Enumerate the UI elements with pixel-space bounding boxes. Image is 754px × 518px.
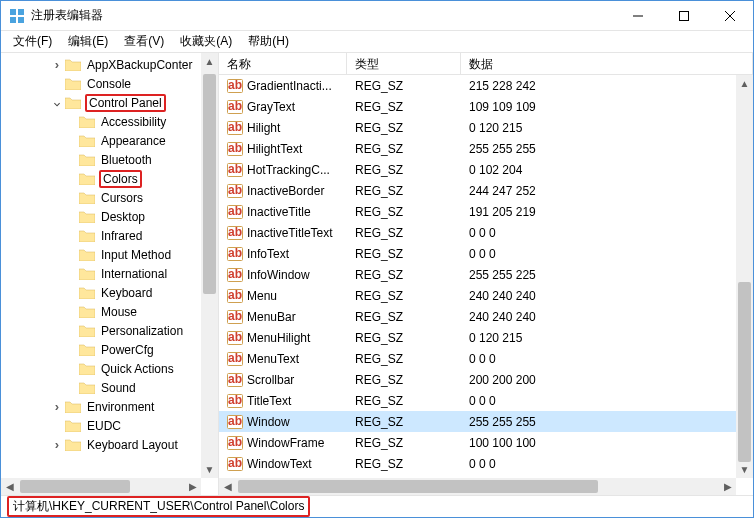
scroll-right-icon[interactable]: ▶ bbox=[719, 478, 736, 495]
column-name[interactable]: 名称 bbox=[219, 53, 347, 74]
tree-item[interactable]: Console bbox=[1, 74, 218, 93]
tree-item[interactable]: Keyboard bbox=[1, 283, 218, 302]
tree-vscrollbar[interactable]: ▲ ▼ bbox=[201, 53, 218, 478]
string-value-icon: ab bbox=[227, 268, 243, 282]
list-row[interactable]: abInactiveTitleREG_SZ191 205 219 bbox=[219, 201, 753, 222]
value-type: REG_SZ bbox=[347, 226, 461, 240]
folder-icon bbox=[79, 343, 95, 356]
chevron-right-icon[interactable] bbox=[51, 57, 63, 72]
list-row[interactable]: abGradientInacti...REG_SZ215 228 242 bbox=[219, 75, 753, 96]
value-name: InfoWindow bbox=[247, 268, 310, 282]
tree-item[interactable]: AppXBackupConter bbox=[1, 55, 218, 74]
tree-item[interactable]: Personalization bbox=[1, 321, 218, 340]
value-name: InactiveTitleText bbox=[247, 226, 333, 240]
tree-item[interactable]: Accessibility bbox=[1, 112, 218, 131]
menu-item[interactable]: 帮助(H) bbox=[240, 31, 297, 52]
list-vscrollbar[interactable]: ▲ ▼ bbox=[736, 75, 753, 478]
svg-rect-2 bbox=[10, 17, 16, 23]
svg-text:ab: ab bbox=[228, 100, 242, 113]
scroll-down-icon[interactable]: ▼ bbox=[736, 461, 753, 478]
list-row[interactable]: abTitleTextREG_SZ0 0 0 bbox=[219, 390, 753, 411]
tree-label: Appearance bbox=[99, 134, 168, 148]
scroll-left-icon[interactable]: ◀ bbox=[1, 478, 18, 495]
tree-item[interactable]: Environment bbox=[1, 397, 218, 416]
menu-item[interactable]: 查看(V) bbox=[116, 31, 172, 52]
value-name: GrayText bbox=[247, 100, 295, 114]
scroll-left-icon[interactable]: ◀ bbox=[219, 478, 236, 495]
tree-label: PowerCfg bbox=[99, 343, 156, 357]
maximize-button[interactable] bbox=[661, 1, 707, 31]
value-name: Menu bbox=[247, 289, 277, 303]
tree-item[interactable]: EUDC bbox=[1, 416, 218, 435]
list-row[interactable]: abInfoWindowREG_SZ255 255 225 bbox=[219, 264, 753, 285]
folder-icon bbox=[79, 381, 95, 394]
list-row[interactable]: abInactiveBorderREG_SZ244 247 252 bbox=[219, 180, 753, 201]
svg-text:ab: ab bbox=[228, 310, 242, 323]
string-value-icon: ab bbox=[227, 79, 243, 93]
list-row[interactable]: abWindowREG_SZ255 255 255 bbox=[219, 411, 753, 432]
list-hscrollbar[interactable]: ◀ ▶ bbox=[219, 478, 736, 495]
tree-item[interactable]: PowerCfg bbox=[1, 340, 218, 359]
close-button[interactable] bbox=[707, 1, 753, 31]
list-row[interactable]: abHilightTextREG_SZ255 255 255 bbox=[219, 138, 753, 159]
list-row[interactable]: abInfoTextREG_SZ0 0 0 bbox=[219, 243, 753, 264]
folder-icon bbox=[65, 96, 81, 109]
list-row[interactable]: abScrollbarREG_SZ200 200 200 bbox=[219, 369, 753, 390]
tree-hscrollbar[interactable]: ◀ ▶ bbox=[1, 478, 201, 495]
value-type: REG_SZ bbox=[347, 373, 461, 387]
list-row[interactable]: abHotTrackingC...REG_SZ0 102 204 bbox=[219, 159, 753, 180]
list-row[interactable]: abWindowFrameREG_SZ100 100 100 bbox=[219, 432, 753, 453]
svg-text:ab: ab bbox=[228, 394, 242, 407]
tree-item[interactable]: Desktop bbox=[1, 207, 218, 226]
string-value-icon: ab bbox=[227, 226, 243, 240]
tree-label: Mouse bbox=[99, 305, 139, 319]
list-row[interactable]: abInactiveTitleTextREG_SZ0 0 0 bbox=[219, 222, 753, 243]
list-row[interactable]: abMenuHilightREG_SZ0 120 215 bbox=[219, 327, 753, 348]
tree-item[interactable]: Control Panel bbox=[1, 93, 218, 112]
tree-label: Bluetooth bbox=[99, 153, 154, 167]
tree-item[interactable]: Input Method bbox=[1, 245, 218, 264]
list-row[interactable]: abMenuREG_SZ240 240 240 bbox=[219, 285, 753, 306]
column-type[interactable]: 类型 bbox=[347, 53, 461, 74]
tree-item[interactable]: Cursors bbox=[1, 188, 218, 207]
value-type: REG_SZ bbox=[347, 352, 461, 366]
tree-label: Control Panel bbox=[85, 94, 166, 112]
tree-item[interactable]: Colors bbox=[1, 169, 218, 188]
svg-text:ab: ab bbox=[228, 352, 242, 365]
tree-item[interactable]: Mouse bbox=[1, 302, 218, 321]
scroll-right-icon[interactable]: ▶ bbox=[184, 478, 201, 495]
tree-item[interactable]: Sound bbox=[1, 378, 218, 397]
list-row[interactable]: abHilightREG_SZ0 120 215 bbox=[219, 117, 753, 138]
chevron-down-icon[interactable] bbox=[51, 97, 63, 108]
string-value-icon: ab bbox=[227, 121, 243, 135]
value-data: 0 0 0 bbox=[461, 226, 753, 240]
menu-item[interactable]: 编辑(E) bbox=[60, 31, 116, 52]
chevron-right-icon[interactable] bbox=[51, 437, 63, 452]
value-type: REG_SZ bbox=[347, 79, 461, 93]
minimize-button[interactable] bbox=[615, 1, 661, 31]
tree-label: Infrared bbox=[99, 229, 144, 243]
scroll-up-icon[interactable]: ▲ bbox=[201, 53, 218, 70]
tree-item[interactable]: International bbox=[1, 264, 218, 283]
value-name: HilightText bbox=[247, 142, 302, 156]
svg-text:ab: ab bbox=[228, 121, 242, 134]
svg-text:ab: ab bbox=[228, 79, 242, 92]
menu-item[interactable]: 文件(F) bbox=[5, 31, 60, 52]
list-row[interactable]: abMenuTextREG_SZ0 0 0 bbox=[219, 348, 753, 369]
scroll-up-icon[interactable]: ▲ bbox=[736, 75, 753, 92]
tree-item[interactable]: Bluetooth bbox=[1, 150, 218, 169]
value-data: 255 255 225 bbox=[461, 268, 753, 282]
folder-icon bbox=[65, 400, 81, 413]
tree-item[interactable]: Infrared bbox=[1, 226, 218, 245]
list-row[interactable]: abMenuBarREG_SZ240 240 240 bbox=[219, 306, 753, 327]
scroll-down-icon[interactable]: ▼ bbox=[201, 461, 218, 478]
tree-item[interactable]: Quick Actions bbox=[1, 359, 218, 378]
menu-item[interactable]: 收藏夹(A) bbox=[172, 31, 240, 52]
tree-item[interactable]: Appearance bbox=[1, 131, 218, 150]
chevron-right-icon[interactable] bbox=[51, 399, 63, 414]
value-name: InactiveTitle bbox=[247, 205, 311, 219]
tree-item[interactable]: Keyboard Layout bbox=[1, 435, 218, 454]
column-data[interactable]: 数据 bbox=[461, 53, 753, 74]
list-row[interactable]: abGrayTextREG_SZ109 109 109 bbox=[219, 96, 753, 117]
list-row[interactable]: abWindowTextREG_SZ0 0 0 bbox=[219, 453, 753, 474]
